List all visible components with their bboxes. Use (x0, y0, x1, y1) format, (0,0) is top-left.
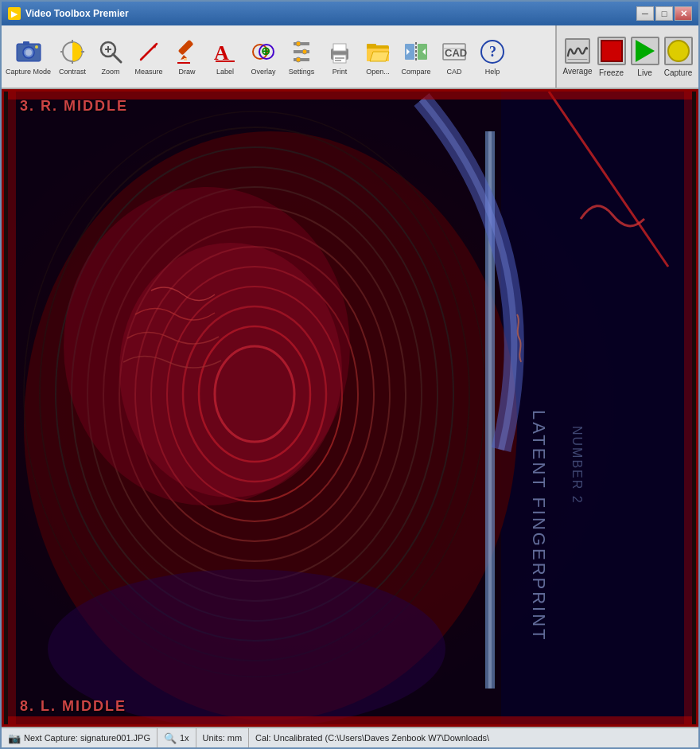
zoom-small-icon: 🔍 (164, 732, 177, 744)
svg-rect-38 (335, 60, 341, 61)
minimize-button[interactable]: ─ (636, 6, 654, 21)
label-label: Label (216, 68, 234, 76)
status-bar: 📷 Next Capture: signature001.JPG 🔍 1x Un… (2, 727, 698, 747)
toolbar-contrast[interactable]: Contrast (53, 33, 91, 80)
toolbar-cad[interactable]: CAD CAD (435, 33, 473, 80)
toolbar-capture-mode[interactable]: Capture Mode (3, 33, 53, 80)
label-icon: A (211, 37, 239, 66)
toolbar: Capture Mode Contrast (2, 25, 698, 89)
toolbar-help[interactable]: ? Help (473, 33, 511, 80)
toolbar-print[interactable]: Print (321, 33, 359, 80)
svg-point-2 (25, 49, 32, 56)
svg-rect-80 (8, 92, 16, 724)
help-label: Help (485, 68, 500, 76)
open-icon (364, 37, 392, 66)
toolbar-measure[interactable]: Measure (130, 33, 168, 80)
live-icon (631, 37, 659, 65)
title-controls: ─ □ ✕ (636, 6, 692, 21)
toolbar-overlay[interactable]: ⊕ Overlay (244, 33, 282, 80)
draw-label: Draw (179, 68, 196, 76)
cad-icon: CAD (440, 37, 469, 66)
print-icon (325, 37, 354, 66)
svg-rect-41 (367, 44, 376, 49)
freeze-icon (597, 37, 626, 65)
status-zoom: 🔍 1x (158, 728, 196, 747)
help-icon: ? (478, 37, 507, 66)
svg-point-32 (302, 49, 307, 54)
cal-text: Cal: Uncalibrated (C:\Users\Daves Zenboo… (255, 733, 489, 743)
open-label: Open... (366, 68, 390, 76)
cad-label: CAD (447, 68, 462, 76)
compare-icon (402, 37, 430, 66)
next-capture-text: Next Capture: signature001.JPG (24, 733, 150, 743)
main-window: ▶ Video Toolbox Premier ─ □ ✕ (0, 0, 700, 749)
settings-icon (287, 37, 316, 66)
measure-label: Measure (135, 68, 163, 76)
capture-mode-label: Capture Mode (6, 68, 51, 76)
toolbar-label[interactable]: A Label (206, 33, 244, 80)
title-bar: ▶ Video Toolbox Premier ─ □ ✕ (2, 2, 698, 25)
svg-text:?: ? (489, 44, 496, 60)
svg-rect-21 (184, 58, 187, 60)
overlay-label: Overlay (251, 68, 276, 76)
svg-text:LATENT FINGERPRINT: LATENT FINGERPRINT (529, 410, 549, 642)
svg-point-33 (296, 57, 301, 62)
toolbar-zoom[interactable]: Zoom (91, 33, 130, 80)
svg-rect-79 (8, 716, 692, 724)
average-icon (565, 38, 590, 64)
freeze-button[interactable]: Freeze (597, 37, 626, 77)
svg-point-4 (35, 45, 38, 49)
toolbar-compare[interactable]: Compare (397, 33, 435, 80)
zoom-label: Zoom (102, 68, 120, 76)
svg-text:⊕: ⊕ (261, 45, 270, 57)
toolbar-right: Average Freeze Live Cap (555, 25, 698, 88)
svg-line-15 (141, 57, 144, 60)
toolbar-settings[interactable]: Settings (282, 33, 321, 80)
capture-circle-icon (664, 37, 693, 65)
settings-label: Settings (289, 68, 315, 76)
bottom-fingerprint-label: 8. L. MIDDLE (20, 698, 126, 715)
svg-rect-35 (333, 44, 346, 51)
toolbar-left: Capture Mode Contrast (2, 25, 555, 88)
contrast-icon (58, 37, 87, 66)
svg-rect-18 (178, 40, 194, 56)
live-button[interactable]: Live (631, 37, 659, 77)
live-label: Live (637, 68, 651, 77)
svg-rect-37 (335, 57, 344, 59)
units-text: Units: mm (203, 733, 243, 743)
camera-small-icon: 📷 (8, 732, 21, 744)
measure-icon (134, 37, 163, 66)
compare-label: Compare (402, 68, 431, 76)
camera-icon (14, 37, 43, 66)
freeze-label: Freeze (599, 68, 624, 77)
print-label: Print (332, 68, 348, 76)
toolbar-open[interactable]: Open... (359, 33, 397, 80)
maximize-button[interactable]: □ (655, 6, 673, 21)
svg-text:NUMBER 2: NUMBER 2 (570, 426, 584, 505)
toolbar-draw[interactable]: Draw (168, 33, 206, 80)
image-area: LATENT FINGERPRINT NUMBER 2 (2, 89, 698, 727)
overlay-icon: ⊕ (249, 37, 278, 66)
capture-button[interactable]: Capture (664, 37, 693, 77)
svg-rect-81 (684, 92, 692, 724)
svg-point-31 (296, 41, 301, 46)
status-cal: Cal: Uncalibrated (C:\Users\Daves Zenboo… (249, 728, 496, 747)
top-fingerprint-label: 3. R. MIDDLE (20, 98, 128, 115)
status-next-capture: 📷 Next Capture: signature001.JPG (2, 728, 158, 747)
contrast-label: Contrast (59, 68, 86, 76)
app-icon: ▶ (8, 7, 21, 20)
capture-label: Capture (664, 68, 693, 77)
average-label: Average (562, 67, 592, 76)
draw-icon (173, 37, 201, 66)
zoom-icon (96, 37, 125, 66)
svg-line-16 (146, 52, 149, 55)
svg-line-11 (113, 54, 121, 62)
status-units: Units: mm (196, 728, 250, 747)
window-title: Video Toolbox Premier (25, 8, 129, 19)
close-button[interactable]: ✕ (675, 6, 692, 21)
zoom-text: 1x (180, 733, 189, 743)
title-left: ▶ Video Toolbox Premier (8, 7, 129, 20)
svg-rect-3 (23, 41, 29, 45)
svg-point-71 (119, 243, 342, 497)
average-button[interactable]: Average (562, 38, 592, 76)
